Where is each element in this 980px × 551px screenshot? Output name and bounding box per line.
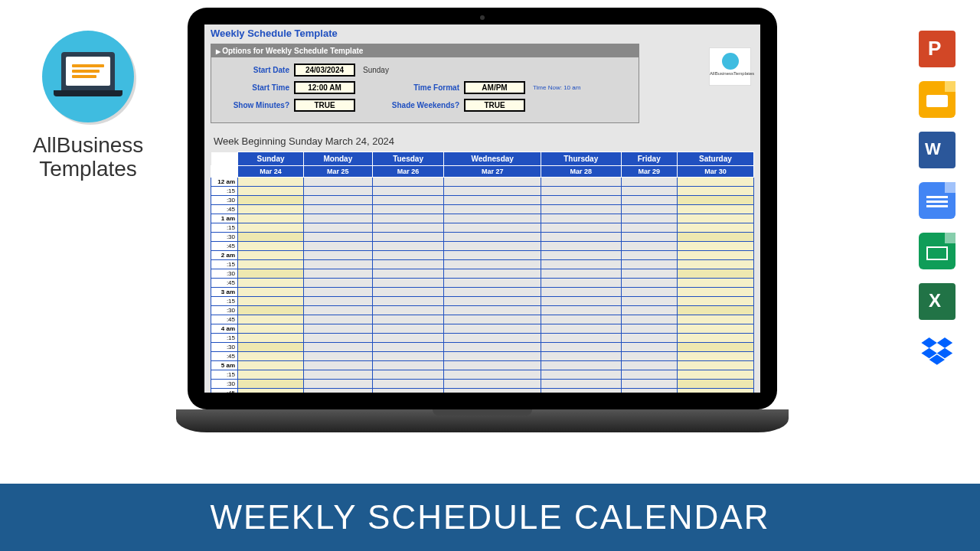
- schedule-cell[interactable]: [677, 380, 753, 389]
- schedule-cell[interactable]: [238, 389, 304, 393]
- schedule-cell[interactable]: [238, 178, 304, 187]
- schedule-cell[interactable]: [444, 205, 541, 214]
- schedule-cell[interactable]: [238, 343, 304, 352]
- schedule-cell[interactable]: [304, 389, 373, 393]
- schedule-cell[interactable]: [238, 334, 304, 343]
- schedule-cell[interactable]: [677, 260, 753, 269]
- schedule-cell[interactable]: [541, 370, 621, 380]
- schedule-cell[interactable]: [238, 187, 304, 196]
- schedule-cell[interactable]: [677, 178, 753, 187]
- schedule-cell[interactable]: [541, 196, 621, 205]
- schedule-cell[interactable]: [304, 297, 373, 306]
- schedule-cell[interactable]: [677, 370, 753, 380]
- schedule-cell[interactable]: [372, 214, 444, 223]
- schedule-cell[interactable]: [541, 380, 621, 389]
- schedule-cell[interactable]: [541, 297, 621, 306]
- schedule-cell[interactable]: [372, 315, 444, 324]
- schedule-cell[interactable]: [541, 205, 621, 214]
- schedule-cell[interactable]: [677, 187, 753, 196]
- schedule-cell[interactable]: [541, 187, 621, 196]
- schedule-cell[interactable]: [621, 361, 677, 370]
- schedule-cell[interactable]: [541, 223, 621, 233]
- schedule-cell[interactable]: [677, 334, 753, 343]
- schedule-cell[interactable]: [621, 269, 677, 279]
- schedule-cell[interactable]: [677, 205, 753, 214]
- schedule-cell[interactable]: [304, 279, 373, 288]
- schedule-cell[interactable]: [238, 269, 304, 279]
- schedule-cell[interactable]: [372, 223, 444, 233]
- schedule-cell[interactable]: [444, 389, 541, 393]
- schedule-cell[interactable]: [304, 334, 373, 343]
- schedule-cell[interactable]: [304, 178, 373, 187]
- schedule-cell[interactable]: [541, 242, 621, 251]
- schedule-cell[interactable]: [444, 288, 541, 297]
- schedule-cell[interactable]: [621, 380, 677, 389]
- schedule-cell[interactable]: [541, 306, 621, 315]
- schedule-cell[interactable]: [677, 269, 753, 279]
- schedule-cell[interactable]: [372, 205, 444, 214]
- schedule-cell[interactable]: [372, 389, 444, 393]
- schedule-cell[interactable]: [238, 214, 304, 223]
- schedule-cell[interactable]: [444, 251, 541, 260]
- schedule-cell[interactable]: [621, 260, 677, 269]
- schedule-cell[interactable]: [444, 315, 541, 324]
- schedule-cell[interactable]: [444, 233, 541, 242]
- schedule-cell[interactable]: [444, 223, 541, 233]
- schedule-cell[interactable]: [541, 233, 621, 242]
- schedule-cell[interactable]: [621, 352, 677, 361]
- schedule-cell[interactable]: [444, 187, 541, 196]
- schedule-cell[interactable]: [372, 288, 444, 297]
- schedule-cell[interactable]: [541, 269, 621, 279]
- schedule-cell[interactable]: [444, 214, 541, 223]
- schedule-cell[interactable]: [677, 251, 753, 260]
- schedule-cell[interactable]: [541, 214, 621, 223]
- shade-weekends-field[interactable]: TRUE: [464, 99, 525, 112]
- schedule-cell[interactable]: [541, 324, 621, 334]
- schedule-cell[interactable]: [238, 223, 304, 233]
- schedule-cell[interactable]: [541, 315, 621, 324]
- schedule-cell[interactable]: [372, 279, 444, 288]
- schedule-cell[interactable]: [372, 306, 444, 315]
- schedule-cell[interactable]: [444, 334, 541, 343]
- schedule-cell[interactable]: [304, 187, 373, 196]
- schedule-cell[interactable]: [541, 260, 621, 269]
- schedule-cell[interactable]: [621, 389, 677, 393]
- schedule-cell[interactable]: [444, 279, 541, 288]
- schedule-cell[interactable]: [541, 343, 621, 352]
- schedule-cell[interactable]: [372, 233, 444, 242]
- schedule-cell[interactable]: [677, 288, 753, 297]
- schedule-cell[interactable]: [621, 306, 677, 315]
- schedule-cell[interactable]: [304, 233, 373, 242]
- schedule-cell[interactable]: [621, 242, 677, 251]
- schedule-cell[interactable]: [304, 380, 373, 389]
- schedule-cell[interactable]: [304, 288, 373, 297]
- schedule-cell[interactable]: [621, 178, 677, 187]
- schedule-cell[interactable]: [304, 196, 373, 205]
- schedule-cell[interactable]: [541, 334, 621, 343]
- schedule-cell[interactable]: [304, 242, 373, 251]
- schedule-cell[interactable]: [621, 223, 677, 233]
- schedule-cell[interactable]: [444, 269, 541, 279]
- schedule-cell[interactable]: [372, 260, 444, 269]
- schedule-cell[interactable]: [444, 196, 541, 205]
- schedule-cell[interactable]: [444, 297, 541, 306]
- schedule-cell[interactable]: [304, 361, 373, 370]
- schedule-cell[interactable]: [621, 343, 677, 352]
- schedule-cell[interactable]: [372, 178, 444, 187]
- schedule-cell[interactable]: [621, 334, 677, 343]
- schedule-cell[interactable]: [677, 315, 753, 324]
- schedule-cell[interactable]: [372, 242, 444, 251]
- schedule-cell[interactable]: [238, 260, 304, 269]
- schedule-cell[interactable]: [304, 306, 373, 315]
- schedule-cell[interactable]: [304, 315, 373, 324]
- schedule-cell[interactable]: [677, 324, 753, 334]
- schedule-cell[interactable]: [304, 269, 373, 279]
- schedule-cell[interactable]: [372, 361, 444, 370]
- schedule-cell[interactable]: [238, 370, 304, 380]
- time-format-field[interactable]: AM/PM: [464, 81, 525, 94]
- schedule-cell[interactable]: [238, 380, 304, 389]
- schedule-cell[interactable]: [304, 251, 373, 260]
- schedule-cell[interactable]: [621, 279, 677, 288]
- schedule-cell[interactable]: [444, 242, 541, 251]
- schedule-cell[interactable]: [677, 279, 753, 288]
